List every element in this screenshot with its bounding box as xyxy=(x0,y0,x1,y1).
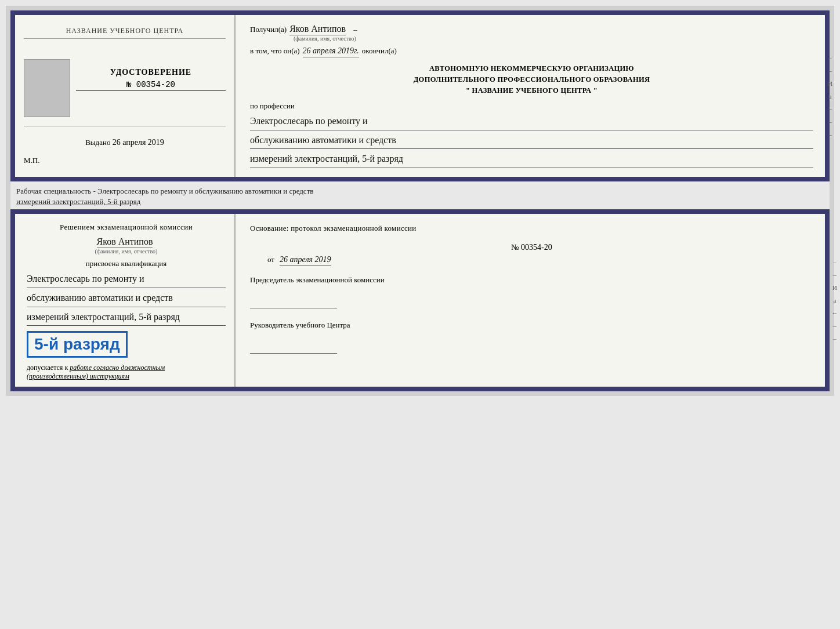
qual-line3: измерений электростанций, 5-й разряд xyxy=(27,310,226,326)
ot-label: от xyxy=(267,255,274,264)
ot-date: 26 апреля 2019 xyxy=(280,255,331,266)
middle-text-suffix: измерений электростанций, 5-й разряд xyxy=(16,197,140,206)
profession-block-top: Электрослесарь по ремонту и обслуживанию… xyxy=(250,114,813,168)
osnovanie-label: Основание: протокол экзаменационной коми… xyxy=(250,223,813,234)
side-b-char-1: – xyxy=(833,259,837,266)
certificate-bottom: Решением экзаменационной комиссии Яков А… xyxy=(10,209,830,391)
rukovoditel-block: Руководитель учебного Центра xyxy=(250,320,813,354)
fio-hint-top: (фамилия, имя, отчество) xyxy=(289,35,360,42)
profession-line1-top: Электрослесарь по ремонту и xyxy=(250,114,813,130)
ot-line: от 26 апреля 2019 xyxy=(267,255,813,266)
razryad-stamp: 5-й разряд xyxy=(27,331,128,358)
dopuskaetsya-label: допускается к xyxy=(27,363,68,372)
side-b-char-4: а xyxy=(834,297,837,304)
side-char-4: а xyxy=(829,93,832,100)
top-certificate-wrapper: НАЗВАНИЕ УЧЕБНОГО ЦЕНТРА УДОСТОВЕРЕНИЕ №… xyxy=(10,10,830,181)
fio-bottom-block: Яков Антипов (фамилия, имя, отчество) xyxy=(27,237,226,254)
side-char-2: – xyxy=(828,67,832,74)
rukovoditel-signature xyxy=(250,342,337,354)
profession-line3-top: измерений электростанций, 5-й разряд xyxy=(250,151,813,168)
certificate-top: НАЗВАНИЕ УЧЕБНОГО ЦЕНТРА УДОСТОВЕРЕНИЕ №… xyxy=(10,10,830,181)
razryad-stamp-text: 5-й разряд xyxy=(34,335,120,353)
side-b-char-3: И xyxy=(832,284,837,291)
org-line2: ДОПОЛНИТЕЛЬНОГО ПРОФЕССИОНАЛЬНОГО ОБРАЗО… xyxy=(250,74,813,85)
side-b-char-2: – xyxy=(833,271,837,278)
recipient-name: Яков Антипов xyxy=(289,24,346,35)
vtom-line: в том, что он(а) 26 апреля 2019г. окончи… xyxy=(250,46,813,57)
po-professii-label: по профессии xyxy=(250,101,813,111)
recipient-line: Получил(а) Яков Антипов – (фамилия, имя,… xyxy=(250,24,813,42)
middle-text-prefix: Рабочая специальность - Электрослесарь п… xyxy=(16,187,313,195)
udostoverenie-block: УДОСТОВЕРЕНИЕ № 00354-20 xyxy=(76,68,226,91)
qual-line2: обслуживанию автоматики и средств xyxy=(27,290,226,307)
page-wrapper: НАЗВАНИЕ УЧЕБНОГО ЦЕНТРА УДОСТОВЕРЕНИЕ №… xyxy=(6,6,834,396)
org-line3: " НАЗВАНИЕ УЧЕБНОГО ЦЕНТРА " xyxy=(250,85,813,96)
cert-bottom-right: Основание: протокол экзаменационной коми… xyxy=(236,214,825,387)
vudano-block: Выдано 26 апреля 2019 xyxy=(85,138,164,147)
recipient-block: Яков Антипов – (фамилия, имя, отчество) xyxy=(289,24,360,42)
side-char-7: – xyxy=(828,131,832,138)
side-char-1: – xyxy=(828,54,832,61)
org-line1: АВТОНОМНУЮ НЕКОММЕРЧЕСКУЮ ОРГАНИЗАЦИЮ xyxy=(250,63,813,74)
org-name-top: НАЗВАНИЕ УЧЕБНОГО ЦЕНТРА xyxy=(24,27,226,39)
side-deco-top: – – И а ← – – xyxy=(825,15,835,177)
udostoverenie-title: УДОСТОВЕРЕНИЕ xyxy=(76,68,226,77)
fio-name-bottom: Яков Антипов xyxy=(97,237,153,248)
org-block-top: АВТОНОМНУЮ НЕКОММЕРЧЕСКУЮ ОРГАНИЗАЦИЮ ДО… xyxy=(250,63,813,96)
prisvoena-label: присвоена квалификация xyxy=(27,259,226,268)
protocol-number-bottom: № 00354-20 xyxy=(250,243,813,252)
side-char-5: ← xyxy=(827,106,834,112)
side-char-3: И xyxy=(828,80,832,87)
vudano-label: Выдано xyxy=(85,138,110,147)
side-b-char-5: ← xyxy=(832,310,838,317)
side-char-6: – xyxy=(828,118,832,125)
qualification-block: Электрослесарь по ремонту и обслуживанию… xyxy=(27,271,226,326)
resheniem-title: Решением экзаменационной комиссии xyxy=(27,223,226,232)
cert-top-right: Получил(а) Яков Антипов – (фамилия, имя,… xyxy=(236,15,825,177)
profession-line2-top: обслуживанию автоматики и средств xyxy=(250,133,813,150)
dopuskaetsya-block: допускается к работе согласно должностны… xyxy=(27,363,226,381)
fio-hint-bottom: (фамилия, имя, отчество) xyxy=(27,248,226,254)
mp-label: М.П. xyxy=(24,156,39,165)
bottom-certificate-wrapper: Решением экзаменационной комиссии Яков А… xyxy=(10,209,830,391)
photo-placeholder xyxy=(24,59,70,117)
cert-bottom-left: Решением экзаменационной комиссии Яков А… xyxy=(15,214,236,387)
poluchil-label: Получил(а) xyxy=(250,25,287,34)
side-b-char-6: – xyxy=(833,322,837,329)
predsedatel-signature xyxy=(250,297,337,308)
predsedatel-block: Председатель экзаменационной комиссии xyxy=(250,275,813,308)
side-b-char-7: – xyxy=(833,335,837,342)
cert-top-left: НАЗВАНИЕ УЧЕБНОГО ЦЕНТРА УДОСТОВЕРЕНИЕ №… xyxy=(15,15,236,177)
rukovoditel-title: Руководитель учебного Центра xyxy=(250,320,813,330)
side-deco-bottom: – – И а ← – – xyxy=(830,209,840,391)
vtom-label: в том, что он(а) xyxy=(250,46,300,56)
vtom-date: 26 апреля 2019г. xyxy=(303,46,359,57)
vudano-date: 26 апреля 2019 xyxy=(113,138,164,147)
cert-number-top: № 00354-20 xyxy=(76,80,226,91)
qual-line1: Электрослесарь по ремонту и xyxy=(27,271,226,288)
predsedatel-title: Председатель экзаменационной комиссии xyxy=(250,275,813,285)
okonchil-label: окончил(а) xyxy=(362,46,397,56)
middle-text-block: Рабочая специальность - Электрослесарь п… xyxy=(10,181,830,209)
